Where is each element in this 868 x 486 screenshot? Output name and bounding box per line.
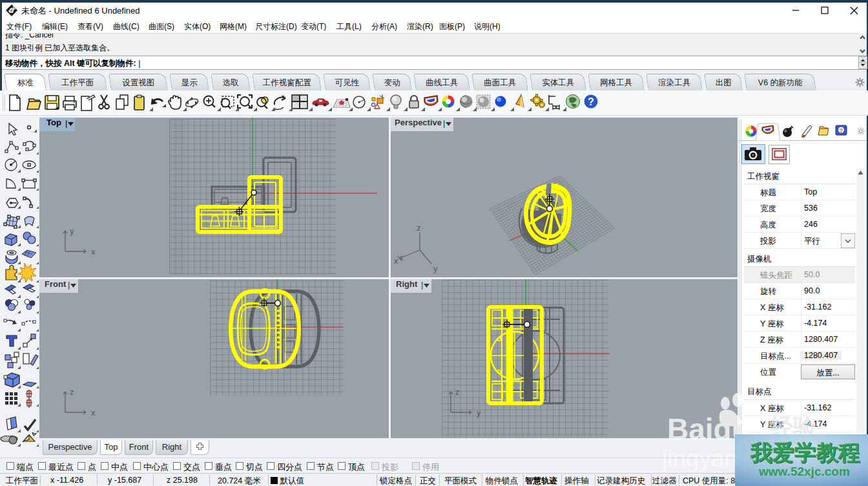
svg-text:y: y (70, 226, 74, 236)
svg-text:z: z (455, 387, 460, 397)
svg-text:?: ? (588, 96, 594, 107)
svg-text:y: y (433, 264, 438, 273)
svg-text:x: x (91, 408, 96, 417)
svg-text:x: x (394, 256, 398, 266)
svg-text:x: x (91, 247, 96, 257)
svg-text:z: z (417, 223, 421, 233)
svg-text:y: y (477, 408, 481, 417)
svg-text:6: 6 (13, 5, 16, 11)
svg-text:z: z (70, 387, 74, 397)
svg-text:?: ? (840, 127, 843, 134)
